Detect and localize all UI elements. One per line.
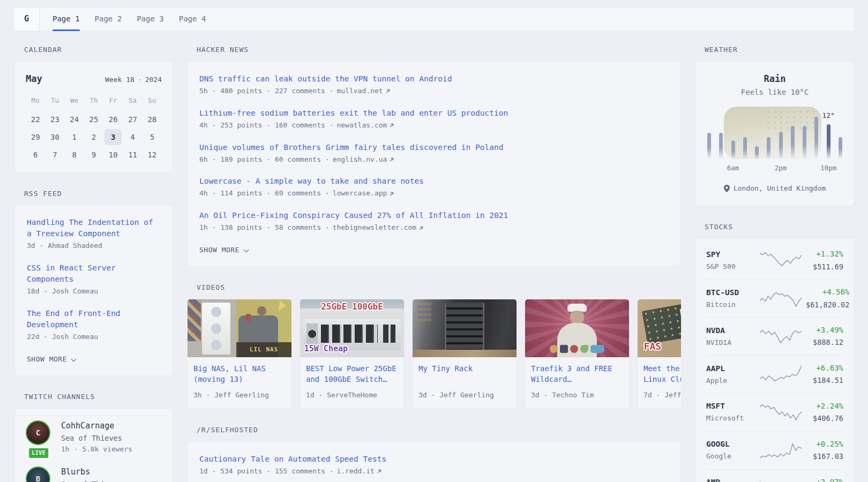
- calendar-card: May Week 18·2024 MoTuWeThFrSaSu 22232425…: [14, 61, 173, 173]
- reddit-item-title[interactable]: Cautionary Tale on Automated Speed Tests: [199, 454, 669, 465]
- calendar-day: 22: [27, 111, 44, 127]
- weather-bar-fill: [767, 137, 770, 159]
- hn-item-title[interactable]: Lowercase - A simple way to take and sha…: [199, 176, 669, 187]
- hn-item-source-link[interactable]: newatlas.com: [336, 120, 394, 131]
- video-title[interactable]: Traefik 3 and FREE Wildcard…: [531, 363, 623, 386]
- reddit-item-source-link[interactable]: i.redd.it: [336, 466, 381, 477]
- calendar-day: 6: [27, 147, 44, 163]
- rss-section: RSS FEED Handling The Indentation of a T…: [14, 189, 173, 376]
- hn-item-source-link[interactable]: thebignewsletter.com: [333, 223, 424, 233]
- stock-name: NVIDIA: [706, 338, 755, 348]
- hn-item-title[interactable]: Lithium-free sodium batteries exit the l…: [199, 108, 669, 119]
- hn-item-source-link[interactable]: mullvad.net: [336, 86, 390, 96]
- stock-id: SPY S&P 500: [706, 249, 755, 272]
- video-card[interactable]: 25GbE 100GbE 15W Cheap BEST Low Power 25…: [300, 299, 405, 409]
- hn-item-meta: 5h · 480 points · 227 comments · mullvad…: [199, 86, 669, 96]
- show-more-label: SHOW MORE: [199, 245, 240, 255]
- tab-page-1[interactable]: Page 1: [53, 7, 80, 31]
- calendar-weekday: Sa: [123, 96, 142, 106]
- stock-row[interactable]: NVDA NVIDIA +3.49% $888.12: [706, 317, 843, 355]
- stock-change: +2.24%: [806, 401, 843, 411]
- twitch-channel[interactable]: C LIVE CohhCarnage Sea of Thieves 1h · 5…: [26, 420, 162, 455]
- channel-game: Sea of Thieves: [61, 433, 132, 444]
- weather-location: London, United Kingdom: [706, 184, 843, 194]
- tab-page-2[interactable]: Page 2: [95, 7, 122, 31]
- video-card[interactable]: FAS Meet the new Linux Cluster 7d · Jeff…: [637, 299, 681, 409]
- weather-bar-fill: [791, 126, 795, 159]
- video-body: Meet the new Linux Cluster 7d · Jeff Gee…: [638, 357, 681, 409]
- video-body: Big NAS, Lil NAS (moving 13) 3h · Jeff G…: [188, 357, 291, 409]
- video-title[interactable]: Meet the new Linux Cluster: [643, 363, 681, 386]
- stock-row[interactable]: SPY S&P 500 +1.32% $511.69: [706, 242, 843, 279]
- hn-item-title[interactable]: DNS traffic can leak outside the VPN tun…: [199, 73, 669, 85]
- stock-name: Bitcoin: [706, 300, 755, 310]
- hn-item-title[interactable]: An Oil Price-Fixing Conspiracy Caused 27…: [199, 210, 669, 221]
- twitch-section: TWITCH CHANNELS C LIVE CohhCarnage Sea o…: [14, 392, 173, 482]
- hn-item-source-link[interactable]: lowercase.app: [333, 189, 395, 199]
- app-icons-art: [550, 345, 604, 353]
- arrow-art: [274, 300, 286, 313]
- stock-id: MSFT Microsoft: [706, 401, 755, 424]
- calendar-section: CALENDAR May Week 18·2024 MoTuWeThFrSaSu…: [14, 45, 173, 173]
- video-thumbnail[interactable]: LIL NAS: [188, 299, 291, 357]
- video-thumbnail[interactable]: [525, 299, 629, 357]
- video-card[interactable]: My Tiny Rack 3d · Jeff Geerling: [412, 299, 517, 409]
- stock-id: BTC-USD Bitcoin: [706, 287, 755, 310]
- video-title[interactable]: BEST Low Power 25GbE and 100GbE Switch…: [306, 363, 398, 386]
- stock-change: +1.32%: [806, 248, 843, 259]
- stock-values: +6.63% $184.51: [806, 363, 843, 386]
- video-title[interactable]: My Tiny Rack: [418, 363, 511, 386]
- rss-item-title[interactable]: CSS in React Server Components: [27, 262, 161, 285]
- stock-row[interactable]: AAPL Apple +6.63% $184.51: [706, 355, 843, 393]
- stock-change: +3.49%: [806, 325, 843, 335]
- rss-card: Handling The Indentation of a Treeview C…: [14, 205, 173, 375]
- show-more-button[interactable]: SHOW MORE: [199, 244, 248, 258]
- hn-item-title[interactable]: Unique volumes of Brothers Grimm fairy t…: [199, 142, 669, 153]
- stock-row[interactable]: GOOGL Google +0.25% $167.03: [706, 431, 843, 469]
- reddit-item: Cautionary Tale on Automated Speed Tests…: [199, 454, 669, 477]
- video-thumbnail[interactable]: [413, 299, 517, 357]
- leaf-icon-art: [580, 345, 588, 353]
- stock-id: AAPL Apple: [706, 363, 755, 386]
- stock-price: $406.76: [806, 413, 843, 424]
- show-more-button[interactable]: SHOW MORE: [27, 353, 76, 367]
- logo[interactable]: G: [14, 7, 40, 31]
- avatar-initial: B: [36, 473, 40, 482]
- calendar-week: Week 18: [105, 76, 134, 84]
- video-title[interactable]: Big NAS, Lil NAS (moving 13): [193, 363, 286, 386]
- chevron-down-icon: [244, 247, 249, 252]
- rss-item-title[interactable]: The End of Front-End Development: [27, 308, 161, 330]
- source-domain: newatlas.com: [336, 120, 387, 131]
- calendar-year: 2024: [145, 76, 162, 84]
- avatar: C: [26, 420, 50, 445]
- tab-page-4[interactable]: Page 4: [179, 7, 206, 31]
- rss-item-title[interactable]: Handling The Indentation of a Treeview C…: [27, 217, 161, 239]
- stock-row[interactable]: AMD AMD +2.97% $150.50: [706, 469, 843, 482]
- video-thumbnail[interactable]: 25GbE 100GbE 15W Cheap: [300, 299, 404, 357]
- weather-bar: 6am: [731, 107, 735, 159]
- stock-row[interactable]: BTC-USD Bitcoin +4.56% $61,820.02: [706, 279, 843, 317]
- hn-item-source-link[interactable]: english.nv.ua: [333, 155, 395, 165]
- calendar-weekday: We: [65, 96, 84, 106]
- weather-bar: [755, 107, 759, 159]
- tab-page-3[interactable]: Page 3: [137, 7, 164, 31]
- hackernews-section: HACKER NEWS DNS traffic can leak outside…: [187, 45, 681, 267]
- hn-item: Lithium-free sodium batteries exit the l…: [199, 108, 669, 131]
- stock-row[interactable]: MSFT Microsoft +2.24% $406.76: [706, 393, 843, 431]
- weather-bar: [791, 107, 795, 159]
- twitch-channel[interactable]: B LIVE Blurbs Sea of Thieves 1h · 277 vi…: [26, 466, 162, 482]
- stock-values: +2.97% $150.50: [806, 477, 843, 482]
- channel-name[interactable]: Blurbs: [61, 466, 128, 478]
- weather-bar: [839, 107, 842, 159]
- calendar-day: 25: [85, 111, 102, 127]
- video-card[interactable]: Traefik 3 and FREE Wildcard… 3d · Techno…: [525, 299, 630, 409]
- channel-name[interactable]: CohhCarnage: [61, 420, 132, 432]
- section-title-rss: RSS FEED: [24, 189, 173, 199]
- stock-ticker: AMD: [706, 477, 755, 482]
- stock-change: +0.25%: [806, 439, 843, 449]
- video-thumbnail[interactable]: FAS: [638, 299, 681, 357]
- source-domain: thebignewsletter.com: [333, 223, 417, 233]
- video-card[interactable]: LIL NAS Big NAS, Lil NAS (moving 13) 3h …: [187, 299, 292, 409]
- video-meta: 1d · ServeTheHome: [306, 390, 398, 401]
- hackernews-card: DNS traffic can leak outside the VPN tun…: [187, 61, 681, 267]
